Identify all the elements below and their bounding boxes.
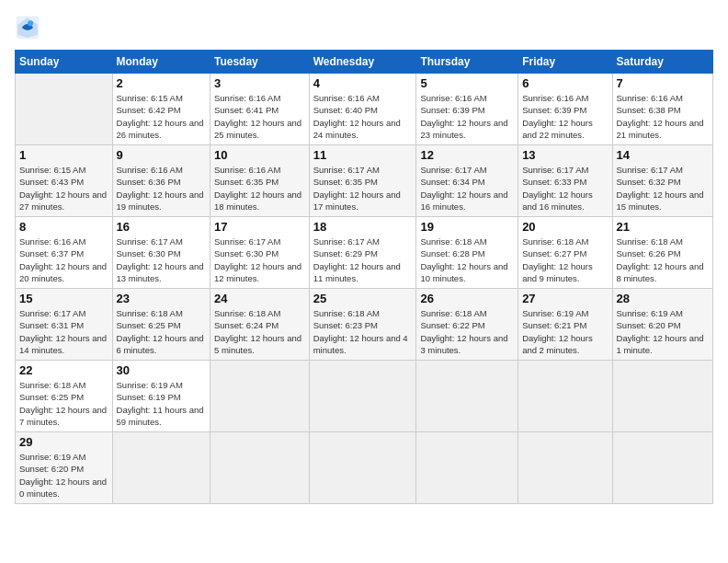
day-info: Sunrise: 6:18 AMSunset: 6:27 PMDaylight:… [522, 236, 608, 284]
calendar-cell: 22Sunrise: 6:18 AMSunset: 6:25 PMDayligh… [16, 361, 113, 432]
calendar-cell: 4Sunrise: 6:16 AMSunset: 6:40 PMDaylight… [309, 74, 416, 145]
day-info: Sunrise: 6:16 AMSunset: 6:39 PMDaylight:… [420, 92, 514, 141]
calendar-week-row: 15Sunrise: 6:17 AMSunset: 6:31 PMDayligh… [16, 289, 713, 361]
header-row: SundayMondayTuesdayWednesdayThursdayFrid… [16, 51, 713, 74]
calendar-cell [416, 361, 518, 432]
day-number: 27 [522, 292, 608, 305]
calendar-cell: 26Sunrise: 6:18 AMSunset: 6:22 PMDayligh… [416, 289, 518, 361]
calendar-cell [518, 432, 612, 504]
header-cell-wednesday: Wednesday [309, 51, 416, 74]
calendar-week-row: 29Sunrise: 6:19 AMSunset: 6:20 PMDayligh… [16, 432, 713, 504]
calendar-cell [612, 432, 712, 504]
header [15, 15, 713, 40]
calendar-week-row: 2Sunrise: 6:15 AMSunset: 6:42 PMDaylight… [16, 74, 713, 145]
day-number: 25 [313, 292, 413, 305]
day-number: 7 [617, 76, 709, 90]
day-info: Sunrise: 6:18 AMSunset: 6:23 PMDaylight:… [313, 307, 413, 356]
calendar-cell: 1Sunrise: 6:15 AMSunset: 6:43 PMDaylight… [16, 145, 113, 217]
calendar-cell: 28Sunrise: 6:19 AMSunset: 6:20 PMDayligh… [612, 289, 712, 361]
day-info: Sunrise: 6:17 AMSunset: 6:29 PMDaylight:… [313, 236, 413, 284]
calendar-cell: 17Sunrise: 6:17 AMSunset: 6:30 PMDayligh… [210, 217, 310, 289]
day-info: Sunrise: 6:19 AMSunset: 6:20 PMDaylight:… [19, 451, 108, 500]
calendar-cell: 15Sunrise: 6:17 AMSunset: 6:31 PMDayligh… [16, 289, 113, 361]
day-info: Sunrise: 6:16 AMSunset: 6:37 PMDaylight:… [19, 236, 108, 284]
calendar-cell: 29Sunrise: 6:19 AMSunset: 6:20 PMDayligh… [16, 432, 113, 504]
day-info: Sunrise: 6:17 AMSunset: 6:30 PMDaylight:… [117, 236, 206, 284]
day-number: 10 [214, 148, 305, 162]
day-info: Sunrise: 6:18 AMSunset: 6:26 PMDaylight:… [617, 236, 709, 284]
day-number: 19 [420, 220, 514, 234]
day-number: 15 [19, 292, 108, 305]
header-cell-monday: Monday [112, 51, 210, 74]
day-info: Sunrise: 6:18 AMSunset: 6:24 PMDaylight:… [214, 307, 305, 356]
calendar-cell: 9Sunrise: 6:16 AMSunset: 6:36 PMDaylight… [112, 145, 210, 217]
day-info: Sunrise: 6:18 AMSunset: 6:25 PMDaylight:… [117, 307, 206, 356]
calendar-cell: 6Sunrise: 6:16 AMSunset: 6:39 PMDaylight… [518, 74, 612, 145]
calendar-cell: 24Sunrise: 6:18 AMSunset: 6:24 PMDayligh… [210, 289, 310, 361]
day-number: 8 [19, 220, 108, 234]
day-info: Sunrise: 6:18 AMSunset: 6:25 PMDaylight:… [19, 379, 108, 428]
calendar-week-row: 1Sunrise: 6:15 AMSunset: 6:43 PMDaylight… [16, 145, 713, 217]
day-info: Sunrise: 6:19 AMSunset: 6:21 PMDaylight:… [522, 307, 608, 356]
day-info: Sunrise: 6:16 AMSunset: 6:35 PMDaylight:… [214, 164, 305, 213]
calendar-cell [210, 432, 310, 504]
day-info: Sunrise: 6:17 AMSunset: 6:35 PMDaylight:… [313, 164, 413, 213]
calendar-cell: 30Sunrise: 6:19 AMSunset: 6:19 PMDayligh… [112, 361, 210, 432]
page: SundayMondayTuesdayWednesdayThursdayFrid… [0, 0, 728, 563]
day-number: 4 [313, 76, 413, 90]
day-number: 9 [117, 148, 206, 162]
calendar-cell: 23Sunrise: 6:18 AMSunset: 6:25 PMDayligh… [112, 289, 210, 361]
day-number: 30 [117, 363, 206, 377]
calendar-cell: 3Sunrise: 6:16 AMSunset: 6:41 PMDaylight… [210, 74, 310, 145]
day-number: 14 [617, 148, 709, 162]
day-info: Sunrise: 6:18 AMSunset: 6:28 PMDaylight:… [420, 236, 514, 284]
calendar-cell: 27Sunrise: 6:19 AMSunset: 6:21 PMDayligh… [518, 289, 612, 361]
day-info: Sunrise: 6:16 AMSunset: 6:39 PMDaylight:… [522, 92, 608, 141]
day-info: Sunrise: 6:19 AMSunset: 6:19 PMDaylight:… [117, 379, 206, 428]
calendar-cell: 13Sunrise: 6:17 AMSunset: 6:33 PMDayligh… [518, 145, 612, 217]
day-number: 29 [19, 435, 108, 449]
day-number: 6 [522, 76, 608, 90]
day-number: 20 [522, 220, 608, 234]
day-number: 24 [214, 292, 305, 305]
day-info: Sunrise: 6:17 AMSunset: 6:33 PMDaylight:… [522, 164, 608, 213]
day-info: Sunrise: 6:19 AMSunset: 6:20 PMDaylight:… [617, 307, 709, 356]
day-number: 13 [522, 148, 608, 162]
day-number: 16 [117, 220, 206, 234]
header-cell-friday: Friday [518, 51, 612, 74]
day-number: 17 [214, 220, 305, 234]
day-info: Sunrise: 6:18 AMSunset: 6:22 PMDaylight:… [420, 307, 514, 356]
day-number: 1 [19, 148, 108, 162]
day-info: Sunrise: 6:16 AMSunset: 6:40 PMDaylight:… [313, 92, 413, 141]
day-number: 11 [313, 148, 413, 162]
header-cell-thursday: Thursday [416, 51, 518, 74]
logo-icon [15, 15, 40, 40]
calendar-cell: 10Sunrise: 6:16 AMSunset: 6:35 PMDayligh… [210, 145, 310, 217]
header-cell-saturday: Saturday [612, 51, 712, 74]
calendar-cell: 14Sunrise: 6:17 AMSunset: 6:32 PMDayligh… [612, 145, 712, 217]
header-cell-sunday: Sunday [16, 51, 113, 74]
day-number: 12 [420, 148, 514, 162]
calendar-cell: 19Sunrise: 6:18 AMSunset: 6:28 PMDayligh… [416, 217, 518, 289]
day-number: 22 [19, 363, 108, 377]
calendar-cell [210, 361, 310, 432]
calendar-cell [16, 74, 113, 145]
calendar-cell: 11Sunrise: 6:17 AMSunset: 6:35 PMDayligh… [309, 145, 416, 217]
calendar-cell: 12Sunrise: 6:17 AMSunset: 6:34 PMDayligh… [416, 145, 518, 217]
day-info: Sunrise: 6:16 AMSunset: 6:41 PMDaylight:… [214, 92, 305, 141]
day-info: Sunrise: 6:17 AMSunset: 6:32 PMDaylight:… [617, 164, 709, 213]
calendar-cell: 18Sunrise: 6:17 AMSunset: 6:29 PMDayligh… [309, 217, 416, 289]
day-number: 5 [420, 76, 514, 90]
calendar-cell [112, 432, 210, 504]
day-info: Sunrise: 6:16 AMSunset: 6:36 PMDaylight:… [117, 164, 206, 213]
day-number: 23 [117, 292, 206, 305]
calendar-week-row: 8Sunrise: 6:16 AMSunset: 6:37 PMDaylight… [16, 217, 713, 289]
day-info: Sunrise: 6:17 AMSunset: 6:30 PMDaylight:… [214, 236, 305, 284]
calendar-cell: 5Sunrise: 6:16 AMSunset: 6:39 PMDaylight… [416, 74, 518, 145]
calendar-cell [416, 432, 518, 504]
day-number: 26 [420, 292, 514, 305]
calendar-cell: 21Sunrise: 6:18 AMSunset: 6:26 PMDayligh… [612, 217, 712, 289]
calendar-cell: 7Sunrise: 6:16 AMSunset: 6:38 PMDaylight… [612, 74, 712, 145]
day-info: Sunrise: 6:15 AMSunset: 6:42 PMDaylight:… [117, 92, 206, 141]
calendar-cell: 25Sunrise: 6:18 AMSunset: 6:23 PMDayligh… [309, 289, 416, 361]
